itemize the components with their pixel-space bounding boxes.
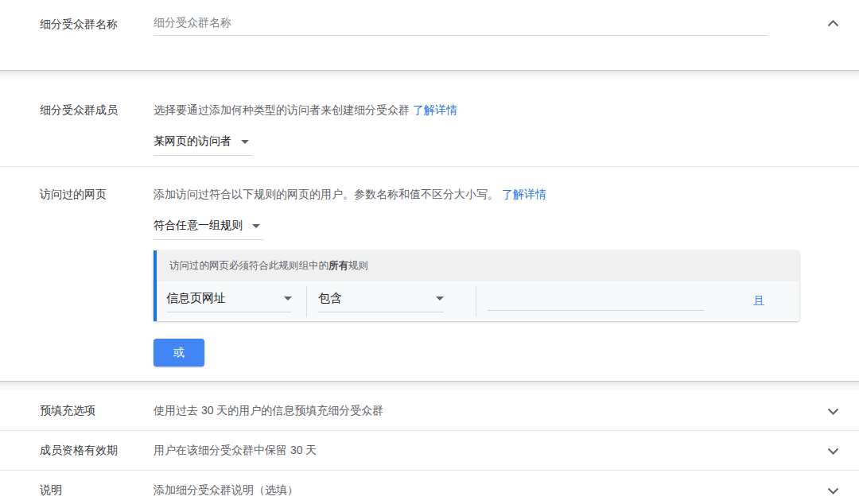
segment-members-section: 细分受众群成员 选择要通过添加何种类型的访问者来创建细分受众群 了解详情 某网页… bbox=[0, 80, 859, 166]
prefill-options-label: 预填充选项 bbox=[0, 391, 154, 430]
membership-duration-summary: 用户在该细分受众群中保留 30 天 bbox=[154, 444, 317, 458]
caret-down-icon bbox=[241, 140, 249, 144]
visitor-type-dropdown[interactable]: 某网页的访问者 bbox=[154, 134, 252, 156]
rule-field-dropdown[interactable]: 信息页网址 bbox=[166, 291, 292, 312]
description-label: 说明 bbox=[0, 471, 154, 504]
visited-pages-section: 访问过的网页 添加访问过符合以下规则的网页的用户。参数名称和值不区分大小写。 了… bbox=[0, 167, 859, 381]
segment-name-input[interactable] bbox=[154, 16, 768, 36]
chevron-down-icon bbox=[827, 405, 839, 417]
expand-row-button[interactable] bbox=[824, 405, 842, 417]
add-and-rule-link[interactable]: 且 bbox=[753, 294, 764, 308]
rule-group-box: 访问过的网页必须符合此规则组中的所有规则 信息页网址 包含 且 bbox=[154, 250, 799, 321]
rule-group-header: 访问过的网页必须符合此规则组中的所有规则 bbox=[157, 250, 799, 281]
expand-row-button[interactable] bbox=[824, 444, 842, 457]
row-description[interactable]: 说明 添加细分受众群说明（选填） bbox=[0, 471, 859, 504]
collapsed-options-card: 预填充选项 使用过去 30 天的用户的信息预填充细分受众群 成员资格有效期 用户… bbox=[0, 391, 859, 504]
rule-field-value: 信息页网址 bbox=[166, 291, 226, 306]
visited-learn-more-link[interactable]: 了解详情 bbox=[502, 188, 546, 200]
rule-operator-dropdown[interactable]: 包含 bbox=[318, 291, 444, 312]
visited-pages-label: 访问过的网页 bbox=[0, 186, 154, 202]
segment-rules-card: 细分受众群成员 选择要通过添加何种类型的访问者来创建细分受众群 了解详情 某网页… bbox=[0, 80, 859, 381]
add-or-rule-button[interactable]: 或 bbox=[154, 339, 204, 366]
membership-duration-label: 成员资格有效期 bbox=[0, 431, 154, 470]
card-divider-shadow bbox=[0, 381, 859, 391]
visitor-type-value: 某网页的访问者 bbox=[154, 134, 231, 149]
vertical-separator bbox=[476, 286, 476, 316]
expand-row-button[interactable] bbox=[824, 484, 842, 497]
chevron-down-icon bbox=[827, 484, 839, 497]
rule-header-bold: 所有 bbox=[328, 259, 348, 273]
rule-operator-value: 包含 bbox=[318, 291, 342, 306]
caret-down-icon bbox=[252, 224, 260, 228]
rule-value-input[interactable] bbox=[488, 292, 704, 311]
match-type-value: 符合任意一组规则 bbox=[154, 219, 243, 233]
members-learn-more-link[interactable]: 了解详情 bbox=[413, 103, 457, 116]
row-membership-duration[interactable]: 成员资格有效期 用户在该细分受众群中保留 30 天 bbox=[0, 431, 859, 470]
members-description: 选择要通过添加何种类型的访问者来创建细分受众群 了解详情 bbox=[154, 102, 859, 118]
segment-name-section: 细分受众群名称 bbox=[0, 0, 859, 70]
caret-down-icon bbox=[284, 297, 292, 300]
visited-pages-description: 添加访问过符合以下规则的网页的用户。参数名称和值不区分大小写。 了解详情 bbox=[154, 186, 859, 202]
collapse-section-button[interactable] bbox=[824, 17, 842, 29]
caret-down-icon bbox=[436, 297, 444, 300]
row-prefill-options[interactable]: 预填充选项 使用过去 30 天的用户的信息预填充细分受众群 bbox=[0, 391, 859, 430]
chevron-down-icon bbox=[827, 444, 839, 457]
chevron-up-icon bbox=[827, 17, 839, 29]
segment-name-label: 细分受众群名称 bbox=[0, 16, 154, 32]
card-divider-shadow bbox=[0, 70, 859, 80]
description-summary: 添加细分受众群说明（选填） bbox=[154, 483, 298, 498]
match-type-dropdown[interactable]: 符合任意一组规则 bbox=[154, 219, 263, 240]
rule-row: 信息页网址 包含 且 bbox=[157, 281, 799, 321]
prefill-options-summary: 使用过去 30 天的用户的信息预填充细分受众群 bbox=[154, 404, 383, 418]
vertical-separator bbox=[306, 286, 307, 316]
segment-members-label: 细分受众群成员 bbox=[0, 102, 154, 118]
